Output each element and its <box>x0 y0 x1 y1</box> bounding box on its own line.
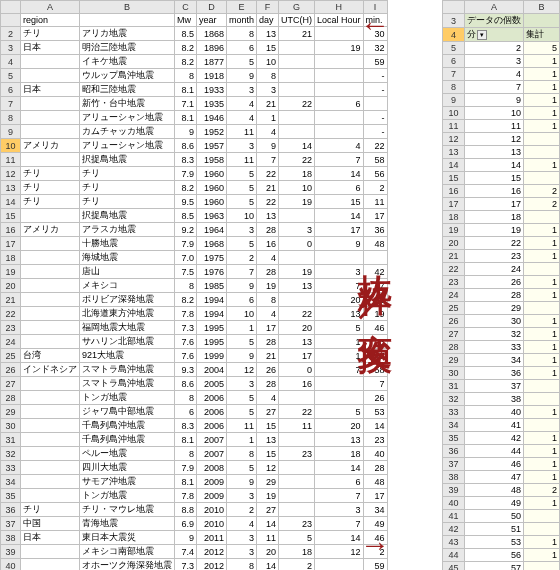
cell[interactable]: 13 <box>257 27 279 41</box>
cell[interactable]: 9 <box>465 94 524 107</box>
cell[interactable]: 8.2 <box>175 41 197 55</box>
cell[interactable]: 37 <box>465 380 524 393</box>
cell[interactable]: 5 <box>227 461 257 475</box>
cell[interactable]: 2010 <box>197 503 227 517</box>
cell[interactable] <box>279 125 315 139</box>
row-header[interactable]: 17 <box>1 237 21 251</box>
cell[interactable] <box>524 419 560 432</box>
cell[interactable]: 17 <box>465 198 524 211</box>
table-row[interactable]: 631 <box>443 55 560 68</box>
cell[interactable]: 18 <box>279 545 315 559</box>
cell[interactable]: 青海地震 <box>80 517 175 531</box>
cell[interactable]: 6 <box>227 293 257 307</box>
cell[interactable] <box>21 209 80 223</box>
row-header[interactable]: 43 <box>443 536 465 549</box>
cell[interactable]: 26 <box>465 276 524 289</box>
row-header[interactable]: 33 <box>443 406 465 419</box>
cell[interactable]: 1963 <box>197 209 227 223</box>
cell[interactable]: 1 <box>524 536 560 549</box>
cell[interactable] <box>524 380 560 393</box>
cell[interactable]: 中国 <box>21 517 80 531</box>
cell[interactable]: チリ <box>80 181 175 195</box>
cell[interactable]: 13 <box>465 146 524 159</box>
cell[interactable]: 51 <box>465 523 524 536</box>
cell[interactable]: 6 <box>175 405 197 419</box>
cell[interactable] <box>21 405 80 419</box>
cell[interactable]: 8 <box>175 69 197 83</box>
header-cell[interactable]: Mw <box>175 14 197 27</box>
col-header[interactable] <box>1 1 21 14</box>
row-header[interactable]: 30 <box>443 367 465 380</box>
cell[interactable]: ボリビア深発地震 <box>80 293 175 307</box>
cell[interactable]: 2010 <box>197 517 227 531</box>
table-row[interactable]: 38471 <box>443 471 560 484</box>
cell[interactable]: 14 <box>465 159 524 172</box>
cell[interactable]: 8 <box>175 279 197 293</box>
cell[interactable]: 49 <box>465 497 524 510</box>
table-row[interactable]: 741 <box>443 68 560 81</box>
cell[interactable]: 22 <box>465 237 524 250</box>
cell[interactable]: 3 <box>279 223 315 237</box>
cell[interactable]: 9 <box>227 475 257 489</box>
row-header[interactable]: 20 <box>1 279 21 293</box>
cell[interactable]: 8 <box>227 447 257 461</box>
col-header[interactable]: F <box>257 1 279 14</box>
cell[interactable]: 2 <box>524 198 560 211</box>
table-row[interactable]: 43531 <box>443 536 560 549</box>
cell[interactable] <box>21 279 80 293</box>
cell[interactable]: 9.5 <box>175 195 197 209</box>
row-header[interactable]: 16 <box>1 223 21 237</box>
cell[interactable]: 11 <box>227 419 257 433</box>
cell[interactable]: 4 <box>257 307 279 321</box>
cell[interactable]: 2007 <box>197 433 227 447</box>
cell[interactable]: 唐山 <box>80 265 175 279</box>
cell[interactable]: 3 <box>227 139 257 153</box>
row-header[interactable]: 6 <box>1 83 21 97</box>
cell[interactable]: 3 <box>227 83 257 97</box>
row-header[interactable]: 37 <box>443 458 465 471</box>
cell[interactable]: 15 <box>257 447 279 461</box>
row-header[interactable]: 21 <box>1 293 21 307</box>
cell[interactable]: 2 <box>465 42 524 55</box>
cell[interactable]: 17 <box>279 349 315 363</box>
cell[interactable]: 28 <box>257 377 279 391</box>
cell[interactable]: 1 <box>524 224 560 237</box>
row-header[interactable]: 30 <box>1 419 21 433</box>
row-header[interactable]: 14 <box>1 195 21 209</box>
cell[interactable]: チリ <box>21 195 80 209</box>
cell[interactable]: 11 <box>227 125 257 139</box>
cell[interactable] <box>21 419 80 433</box>
row-header[interactable]: 28 <box>1 391 21 405</box>
cell[interactable]: 2 <box>227 251 257 265</box>
row-header[interactable]: 10 <box>443 107 465 120</box>
cell[interactable]: 8.2 <box>175 181 197 195</box>
cell[interactable]: 8 <box>227 27 257 41</box>
row-header[interactable]: 45 <box>443 562 465 571</box>
cell[interactable]: メキシコ南部地震 <box>80 545 175 559</box>
row-header[interactable]: 18 <box>443 211 465 224</box>
cell[interactable]: 34 <box>465 354 524 367</box>
table-row[interactable]: 33401 <box>443 406 560 419</box>
cell[interactable]: 3 <box>227 531 257 545</box>
pivot-data-label[interactable]: データの個数 <box>465 14 524 28</box>
cell[interactable]: 33 <box>465 341 524 354</box>
row-header[interactable]: 9 <box>443 94 465 107</box>
cell[interactable]: 1957 <box>197 139 227 153</box>
cell[interactable]: 8.3 <box>175 153 197 167</box>
cell[interactable]: 3 <box>227 223 257 237</box>
row-header[interactable]: 15 <box>443 172 465 185</box>
cell[interactable]: 7.6 <box>175 349 197 363</box>
cell[interactable]: 1995 <box>197 335 227 349</box>
cell[interactable]: スマトラ島沖地震 <box>80 363 175 377</box>
cell[interactable]: 14 <box>257 559 279 571</box>
cell[interactable]: 6.9 <box>175 517 197 531</box>
row-header[interactable]: 13 <box>443 146 465 159</box>
cell[interactable]: 2006 <box>197 405 227 419</box>
row-header[interactable]: 7 <box>443 68 465 81</box>
cell[interactable]: 47 <box>465 471 524 484</box>
cell[interactable]: 1 <box>524 549 560 562</box>
row-header[interactable]: 5 <box>443 42 465 55</box>
row-header[interactable]: 39 <box>1 545 21 559</box>
cell[interactable]: 28 <box>257 223 279 237</box>
cell[interactable] <box>524 263 560 276</box>
